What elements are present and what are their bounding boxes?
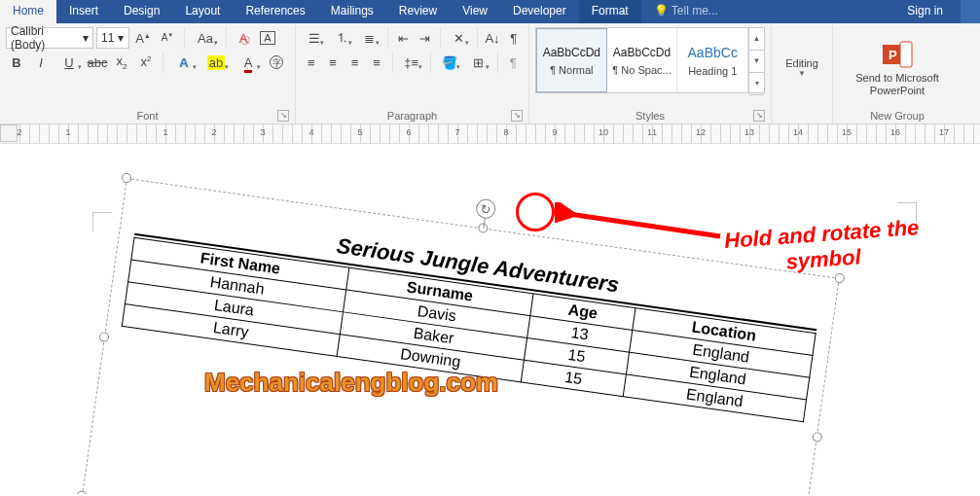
character-border-icon[interactable]: A	[257, 27, 278, 49]
bullets-icon[interactable]: ☰▾	[302, 27, 326, 49]
paragraph-dialog-launcher-icon[interactable]: ↘	[511, 110, 523, 122]
ruler-tick: 14	[793, 127, 803, 137]
styles-gallery[interactable]: AaBbCcDd ¶ Normal AaBbCcDd ¶ No Spac... …	[535, 27, 765, 93]
editing-dropdown[interactable]: Editing ▼	[778, 35, 826, 101]
styles-dialog-launcher-icon[interactable]: ↘	[753, 110, 765, 122]
tab-selector-icon[interactable]	[0, 124, 18, 142]
show-hide-icon[interactable]: ¶	[504, 27, 523, 49]
align-right-icon[interactable]: ≡	[345, 52, 364, 73]
annotation-text: Hold and rotate the symbol	[723, 215, 922, 280]
ruler-tick: 8	[503, 127, 508, 137]
tab-format[interactable]: Format	[579, 0, 641, 23]
increase-font-icon[interactable]: A▲	[132, 27, 154, 49]
style-no-spacing[interactable]: AaBbCcDd ¶ No Spac...	[607, 28, 678, 92]
bold-icon[interactable]: B	[6, 52, 27, 73]
ruler-tick: 2	[211, 127, 216, 137]
group-styles: AaBbCcDd ¶ Normal AaBbCcDd ¶ No Spac... …	[529, 23, 772, 124]
ruler-tick: 16	[890, 127, 900, 137]
ribbon-tabbar: Home Insert Design Layout References Mai…	[0, 0, 980, 23]
ruler-tick: 15	[842, 127, 852, 137]
share-button[interactable]	[961, 0, 980, 23]
tab-view[interactable]: View	[450, 0, 500, 23]
annotation-circle	[516, 193, 555, 231]
align-center-icon[interactable]: ≡	[323, 52, 342, 73]
strikethrough-icon[interactable]: abc	[87, 52, 108, 73]
align-left-icon[interactable]: ≡	[302, 52, 320, 73]
asian-layout-icon[interactable]: ✕▾	[446, 27, 470, 49]
ruler-tick: 7	[454, 127, 459, 137]
justify-icon[interactable]: ≡	[367, 52, 385, 73]
tab-references[interactable]: References	[233, 0, 317, 23]
resize-handle[interactable]	[812, 432, 822, 443]
sort-icon[interactable]: A↓	[484, 27, 502, 49]
ruler-tick: 6	[406, 127, 411, 137]
ruler-tick: 5	[357, 127, 362, 137]
tab-developer[interactable]: Developer	[500, 0, 579, 23]
group-font: Calibri (Body)▾ 11▾ A▲ A▼ Aa▾ A⃠ A B I U…	[0, 23, 296, 124]
highlight-icon[interactable]: ab▾	[201, 52, 231, 73]
horizontal-ruler[interactable]: 21123456789101112131415161718	[0, 124, 980, 144]
send-to-powerpoint-button[interactable]: P Send to Microsoft PowerPoint	[839, 35, 956, 101]
group-editing-label	[778, 108, 826, 122]
tab-layout[interactable]: Layout	[172, 0, 233, 23]
tell-me-search[interactable]: 💡 Tell me...	[641, 0, 731, 23]
resize-handle[interactable]	[834, 272, 845, 283]
tab-mailings[interactable]: Mailings	[318, 0, 386, 23]
style-normal[interactable]: AaBbCcDd ¶ Normal	[536, 28, 607, 92]
italic-icon[interactable]: I	[30, 52, 52, 73]
style-preview: AaBbCcDd	[613, 46, 671, 59]
superscript-icon[interactable]: x2	[135, 52, 157, 73]
subscript-icon[interactable]: x2	[111, 52, 132, 73]
style-name: Heading 1	[688, 65, 737, 77]
svg-line-3	[569, 214, 720, 236]
ruler-tick: 12	[696, 127, 706, 137]
sign-in-button[interactable]: Sign in	[889, 0, 961, 23]
group-font-label: Font ↘	[6, 108, 289, 122]
selected-textbox[interactable]: Serious Jungle Adventurers First NameSur…	[82, 178, 840, 494]
document-canvas[interactable]: Serious Jungle Adventurers First NameSur…	[0, 144, 980, 494]
font-color-icon[interactable]: A▾	[234, 52, 263, 73]
underline-icon[interactable]: U▾	[54, 52, 84, 73]
paragraph-marks-icon[interactable]: ¶	[504, 52, 523, 73]
decrease-font-icon[interactable]: A▼	[157, 27, 178, 49]
change-case-icon[interactable]: Aa▾	[191, 27, 220, 49]
font-size-value: 11	[101, 31, 114, 45]
line-spacing-icon[interactable]: ‡≡▾	[399, 52, 424, 73]
gallery-down-icon[interactable]: ▼	[749, 51, 764, 73]
svg-rect-1	[900, 42, 912, 67]
tab-design[interactable]: Design	[111, 0, 172, 23]
style-name: ¶ No Spac...	[612, 64, 671, 76]
ribbon: Calibri (Body)▾ 11▾ A▲ A▼ Aa▾ A⃠ A B I U…	[0, 23, 980, 124]
group-new: P Send to Microsoft PowerPoint New Group	[833, 23, 962, 124]
gallery-up-icon[interactable]: ▲	[749, 28, 764, 51]
gallery-scroll[interactable]: ▲ ▼ ▾	[748, 28, 764, 92]
style-heading-1[interactable]: AaBbCc Heading 1	[677, 28, 748, 92]
page-corner-mark	[92, 212, 112, 231]
rotate-handle-icon[interactable]: ↻	[475, 197, 497, 220]
tab-review[interactable]: Review	[386, 0, 450, 23]
enclose-characters-icon[interactable]: 字	[266, 52, 287, 73]
gallery-more-icon[interactable]: ▾	[749, 73, 764, 95]
ruler-tick: 1	[65, 127, 70, 137]
multilevel-list-icon[interactable]: ≣▾	[357, 27, 381, 49]
clear-formatting-icon[interactable]: A⃠	[233, 27, 254, 49]
editing-label: Editing	[785, 57, 818, 70]
ruler-scale: 21123456789101112131415161718	[19, 124, 980, 144]
group-editing: Editing ▼	[772, 23, 833, 124]
shading-icon[interactable]: 🪣▾	[437, 52, 462, 73]
font-size-combo[interactable]: 11▾	[96, 27, 129, 49]
ruler-tick: 1	[163, 127, 167, 137]
text-effects-icon[interactable]: A▾	[169, 52, 199, 73]
font-name-combo[interactable]: Calibri (Body)▾	[6, 27, 93, 49]
font-name-value: Calibri (Body)	[11, 24, 79, 52]
tab-home[interactable]: Home	[0, 0, 56, 23]
tab-insert[interactable]: Insert	[56, 0, 111, 23]
font-dialog-launcher-icon[interactable]: ↘	[277, 110, 289, 122]
numbering-icon[interactable]: ⒈▾	[329, 27, 353, 49]
powerpoint-icon: P	[882, 39, 913, 70]
borders-icon[interactable]: ⊞▾	[465, 52, 490, 73]
decrease-indent-icon[interactable]: ⇤	[394, 27, 413, 49]
increase-indent-icon[interactable]: ⇥	[416, 27, 434, 49]
tell-me-label: Tell me...	[671, 4, 718, 18]
svg-text:P: P	[889, 48, 897, 62]
